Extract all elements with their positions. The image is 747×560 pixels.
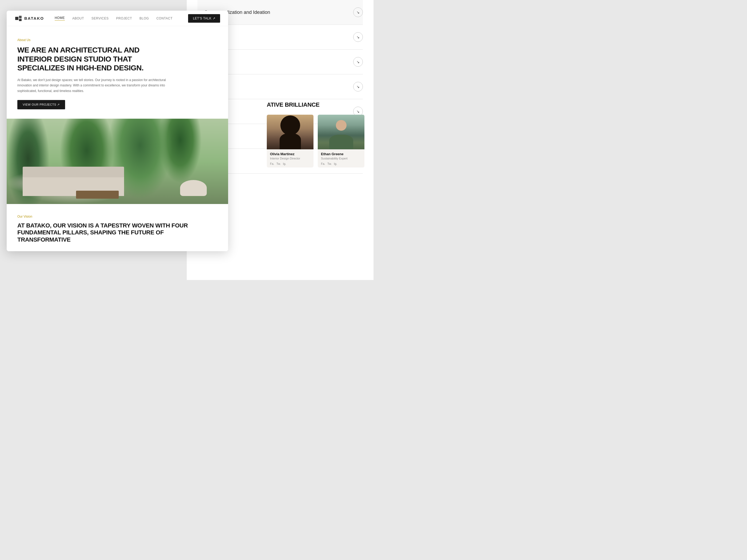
logo[interactable]: BATAKO <box>15 15 44 22</box>
ethan-info: Ethan Greene Sustainability Expert Fa. T… <box>318 149 364 167</box>
view-projects-button[interactable]: VIEW OUR PROJECTS ↗ <box>17 100 65 109</box>
ethan-name: Ethan Greene <box>321 152 361 156</box>
svg-rect-0 <box>15 17 19 20</box>
vision-label: Our Vision <box>17 215 217 218</box>
team-card-ethan: Ethan Greene Sustainability Expert Fa. T… <box>318 115 364 167</box>
olivia-facebook[interactable]: Fa. <box>270 162 274 165</box>
olivia-name: Olivia Martinez <box>270 152 310 156</box>
service-arrow-3[interactable]: ↘ <box>353 57 363 67</box>
ethan-instagram[interactable]: Ig. <box>334 162 337 165</box>
nav-blog[interactable]: BLOG <box>139 17 149 20</box>
navbar: BATAKO HOME ABOUT SERVICES PROJECT BLOG … <box>7 11 228 26</box>
olivia-socials: Fa. Tw. Ig. <box>270 162 310 165</box>
about-heading: WE ARE AN ARCHITECTURAL AND INTERIOR DES… <box>17 46 156 73</box>
coffee-table <box>76 191 119 199</box>
service-arrow-1[interactable]: ↘ <box>353 7 363 17</box>
ethan-photo <box>318 115 364 149</box>
ethan-twitter[interactable]: Tw. <box>327 162 332 165</box>
olivia-photo <box>267 115 313 149</box>
team-cards-container: Olivia Martinez Interior Design Director… <box>267 115 368 167</box>
svg-rect-1 <box>19 16 22 19</box>
team-section-heading: ATIVE BRILLIANCE <box>267 101 368 108</box>
interior-image <box>7 119 228 204</box>
team-card-olivia: Olivia Martinez Interior Design Director… <box>267 115 313 167</box>
nav-contact[interactable]: CONTACT <box>156 17 173 20</box>
about-section: About Us WE ARE AN ARCHITECTURAL AND INT… <box>7 26 228 119</box>
logo-icon <box>15 15 22 22</box>
vision-section: Our Vision AT BATAKO, OUR VISION IS A TA… <box>7 204 228 251</box>
olivia-info: Olivia Martinez Interior Design Director… <box>267 149 313 167</box>
nav-links: HOME ABOUT SERVICES PROJECT BLOG CONTACT <box>55 16 188 21</box>
ethan-role: Sustainability Expert <box>321 157 361 160</box>
nav-project[interactable]: PROJECT <box>116 17 132 20</box>
about-description: At Batako, we don't just design spaces; … <box>17 77 177 94</box>
nav-home[interactable]: HOME <box>55 16 65 21</box>
lets-talk-button[interactable]: LET'S TALK ↗ <box>188 14 220 23</box>
about-label: About Us <box>17 38 217 42</box>
team-section: ATIVE BRILLIANCE Olivia Martinez Interio… <box>267 101 368 167</box>
olivia-role: Interior Design Director <box>270 157 310 160</box>
logo-text: BATAKO <box>24 16 44 21</box>
service-arrow-2[interactable]: ↘ <box>353 32 363 42</box>
sofa-back <box>23 167 124 177</box>
olivia-instagram[interactable]: Ig. <box>283 162 286 165</box>
interior-image-inner <box>7 119 228 204</box>
svg-rect-2 <box>19 19 22 21</box>
ethan-socials: Fa. Tw. Ig. <box>321 162 361 165</box>
service-arrow-4[interactable]: ↘ <box>353 82 363 91</box>
ethan-facebook[interactable]: Fa. <box>321 162 325 165</box>
browser-window: BATAKO HOME ABOUT SERVICES PROJECT BLOG … <box>7 11 228 251</box>
olivia-twitter[interactable]: Tw. <box>276 162 281 165</box>
vision-heading: AT BATAKO, OUR VISION IS A TAPESTRY WOVE… <box>17 222 217 243</box>
nav-about[interactable]: ABOUT <box>72 17 84 20</box>
nav-services[interactable]: SERVICES <box>92 17 109 20</box>
chair <box>180 180 207 196</box>
